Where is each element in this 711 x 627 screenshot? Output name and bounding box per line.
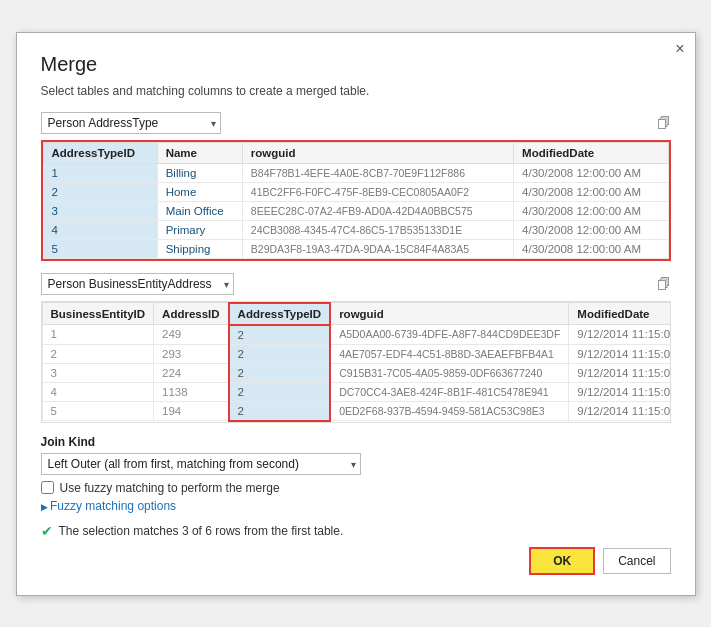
fuzzy-checkbox-row: Use fuzzy matching to perform the merge xyxy=(41,481,671,495)
table2-row[interactable]: 2 293 2 4AE7057-EDF4-4C51-8B8D-3AEAEFBFB… xyxy=(42,344,671,363)
table2-col-addresstypeid[interactable]: AddressTypeID xyxy=(229,303,331,325)
status-row: ✔ The selection matches 3 of 6 rows from… xyxy=(41,523,671,539)
table2-row[interactable]: 5 194 2 0ED2F68-937B-4594-9459-581AC53C9… xyxy=(42,401,671,421)
table2-cell-modifieddate: 9/12/2014 11:15:07 AM xyxy=(569,382,671,401)
table2-row[interactable]: 1 249 2 A5D0AA00-6739-4DFE-A8F7-844CD9DE… xyxy=(42,325,671,345)
table2-cell-rowguid: 4AE7057-EDF4-4C51-8B8D-3AEAEFBFB4A1 xyxy=(330,344,569,363)
table2-cell-modifieddate: 9/12/2014 11:15:07 AM xyxy=(569,344,671,363)
table1-cell-name: Primary xyxy=(157,220,242,239)
table1-dropdown-wrapper[interactable]: Person AddressType xyxy=(41,112,221,134)
table1-cell-id: 2 xyxy=(43,182,157,201)
table2-cell-modifieddate: 9/12/2014 11:15:07 AM xyxy=(569,325,671,345)
table2-copy-icon[interactable]: 🗍 xyxy=(657,276,671,292)
table2-wrapper: BusinessEntityID AddressID AddressTypeID… xyxy=(41,301,671,423)
table1-cell-name: Shipping xyxy=(157,239,242,258)
table2-cell-modifieddate: 9/12/2014 11:15:07 AM xyxy=(569,401,671,421)
table2-cell-rowguid: 0ED2F68-937B-4594-9459-581AC53C98E3 xyxy=(330,401,569,421)
table2-col-modifieddate[interactable]: ModifiedDate xyxy=(569,303,671,325)
table1-cell-id: 3 xyxy=(43,201,157,220)
table2-row[interactable]: 4 1138 2 DC70CC4-3AE8-424F-8B1F-481C5478… xyxy=(42,382,671,401)
table2-cell-addressid: 1138 xyxy=(154,382,229,401)
table2-cell-addresstypeid: 2 xyxy=(229,382,331,401)
table1-cell-id: 4 xyxy=(43,220,157,239)
check-icon: ✔ xyxy=(41,523,53,539)
table1-cell-rowguid: 41BC2FF6-F0FC-475F-8EB9-CEC0805AA0F2 xyxy=(242,182,513,201)
table1-cell-rowguid: 24CB3088-4345-47C4-86C5-17B535133D1E xyxy=(242,220,513,239)
table2-cell-addresstypeid: 2 xyxy=(229,344,331,363)
merge-dialog: × Merge Select tables and matching colum… xyxy=(16,32,696,596)
join-section: Join Kind Left Outer (all from first, ma… xyxy=(41,435,671,513)
dialog-title: Merge xyxy=(41,53,671,76)
table2-cell-addresstypeid: 2 xyxy=(229,325,331,345)
table2-section: Person BusinessEntityAddress 🗍 BusinessE… xyxy=(41,273,671,423)
table2-col-addressid[interactable]: AddressID xyxy=(154,303,229,325)
table1-dropdown-row: Person AddressType 🗍 xyxy=(41,112,671,134)
table2-col-rowguid[interactable]: rowguid xyxy=(330,303,569,325)
ok-button[interactable]: OK xyxy=(529,547,595,575)
table2-cell-businessentityid: 3 xyxy=(42,363,154,382)
table2-header-row: BusinessEntityID AddressID AddressTypeID… xyxy=(42,303,671,325)
table2-cell-addressid: 249 xyxy=(154,325,229,345)
table2-cell-addresstypeid: 2 xyxy=(229,401,331,421)
table2-cell-businessentityid: 2 xyxy=(42,344,154,363)
table1-row[interactable]: 5 Shipping B29DA3F8-19A3-47DA-9DAA-15C84… xyxy=(43,239,668,258)
table2-row[interactable]: 3 224 2 C915B31-7C05-4A05-9859-0DF663677… xyxy=(42,363,671,382)
close-button[interactable]: × xyxy=(675,41,684,57)
join-label: Join Kind xyxy=(41,435,671,449)
table2: BusinessEntityID AddressID AddressTypeID… xyxy=(42,302,671,422)
table1-col-addresstypeid[interactable]: AddressTypeID xyxy=(43,142,157,163)
table1-dropdown[interactable]: Person AddressType xyxy=(41,112,221,134)
table1-section: Person AddressType 🗍 AddressTypeID Name … xyxy=(41,112,671,261)
table1-col-modifieddate[interactable]: ModifiedDate xyxy=(514,142,668,163)
table2-cell-rowguid: A5D0AA00-6739-4DFE-A8F7-844CD9DEE3DF xyxy=(330,325,569,345)
table1-cell-name: Main Office xyxy=(157,201,242,220)
table2-cell-modifieddate: 9/12/2014 11:15:07 AM xyxy=(569,363,671,382)
table1-col-name[interactable]: Name xyxy=(157,142,242,163)
fuzzy-options-link[interactable]: Fuzzy matching options xyxy=(41,499,671,513)
button-row: OK Cancel xyxy=(41,547,671,575)
table1-col-rowguid[interactable]: rowguid xyxy=(242,142,513,163)
table1-copy-icon[interactable]: 🗍 xyxy=(657,115,671,131)
table2-cell-addressid: 293 xyxy=(154,344,229,363)
table1-cell-rowguid: B29DA3F8-19A3-47DA-9DAA-15C84F4A83A5 xyxy=(242,239,513,258)
table1-cell-modifieddate: 4/30/2008 12:00:00 AM xyxy=(514,201,668,220)
table1-cell-id: 1 xyxy=(43,163,157,182)
table2-dropdown[interactable]: Person BusinessEntityAddress xyxy=(41,273,234,295)
table1-row[interactable]: 1 Billing B84F78B1-4EFE-4A0E-8CB7-70E9F1… xyxy=(43,163,668,182)
table1-cell-modifieddate: 4/30/2008 12:00:00 AM xyxy=(514,163,668,182)
join-dropdown-wrapper[interactable]: Left Outer (all from first, matching fro… xyxy=(41,453,361,475)
table2-cell-businessentityid: 5 xyxy=(42,401,154,421)
table1-cell-name: Billing xyxy=(157,163,242,182)
table2-dropdown-wrapper[interactable]: Person BusinessEntityAddress xyxy=(41,273,234,295)
table1-cell-rowguid: B84F78B1-4EFE-4A0E-8CB7-70E9F112F886 xyxy=(242,163,513,182)
table1-header-row: AddressTypeID Name rowguid ModifiedDate xyxy=(43,142,668,163)
table1-cell-id: 5 xyxy=(43,239,157,258)
table1-cell-modifieddate: 4/30/2008 12:00:00 AM xyxy=(514,239,668,258)
table2-cell-businessentityid: 4 xyxy=(42,382,154,401)
fuzzy-checkbox[interactable] xyxy=(41,481,54,494)
table1-cell-modifieddate: 4/30/2008 12:00:00 AM xyxy=(514,220,668,239)
table2-cell-addressid: 224 xyxy=(154,363,229,382)
join-dropdown-row: Left Outer (all from first, matching fro… xyxy=(41,453,671,475)
table1-row[interactable]: 3 Main Office 8EEEC28C-07A2-4FB9-AD0A-42… xyxy=(43,201,668,220)
table1-cell-modifieddate: 4/30/2008 12:00:00 AM xyxy=(514,182,668,201)
table2-col-businessentityid[interactable]: BusinessEntityID xyxy=(42,303,154,325)
table2-cell-addressid: 194 xyxy=(154,401,229,421)
status-message: The selection matches 3 of 6 rows from t… xyxy=(59,524,344,538)
table1-cell-rowguid: 8EEEC28C-07A2-4FB9-AD0A-42D4A0BBC575 xyxy=(242,201,513,220)
dialog-subtitle: Select tables and matching columns to cr… xyxy=(41,84,671,98)
table1-wrapper: AddressTypeID Name rowguid ModifiedDate … xyxy=(41,140,671,261)
table2-cell-rowguid: C915B31-7C05-4A05-9859-0DF663677240 xyxy=(330,363,569,382)
join-dropdown[interactable]: Left Outer (all from first, matching fro… xyxy=(41,453,361,475)
table2-cell-rowguid: DC70CC4-3AE8-424F-8B1F-481C5478E941 xyxy=(330,382,569,401)
table2-cell-addresstypeid: 2 xyxy=(229,363,331,382)
table1-row[interactable]: 4 Primary 24CB3088-4345-47C4-86C5-17B535… xyxy=(43,220,668,239)
table1-cell-name: Home xyxy=(157,182,242,201)
table2-cell-businessentityid: 1 xyxy=(42,325,154,345)
table1-row[interactable]: 2 Home 41BC2FF6-F0FC-475F-8EB9-CEC0805AA… xyxy=(43,182,668,201)
table1: AddressTypeID Name rowguid ModifiedDate … xyxy=(43,142,669,259)
cancel-button[interactable]: Cancel xyxy=(603,548,670,574)
fuzzy-checkbox-label[interactable]: Use fuzzy matching to perform the merge xyxy=(60,481,280,495)
table2-dropdown-row: Person BusinessEntityAddress 🗍 xyxy=(41,273,671,295)
